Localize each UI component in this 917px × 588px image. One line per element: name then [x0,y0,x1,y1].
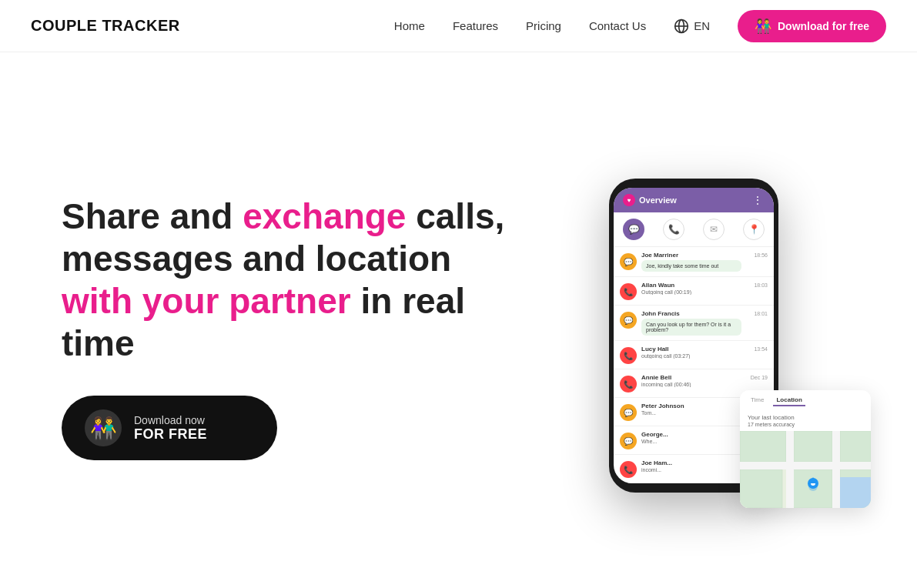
chat-preview: outgoing call (03:27) [641,353,749,359]
svg-rect-13 [840,477,871,508]
headline-highlight1: exchange [243,196,406,236]
nav-features[interactable]: Features [453,19,498,32]
map-tab-time: Time [748,395,767,406]
chat-time: 18:56 [754,252,768,258]
chat-avatar: 📞 [620,461,637,478]
svg-rect-6 [840,431,871,462]
svg-rect-5 [794,431,832,462]
chat-name: George... [641,431,668,438]
phone-toolbar: 💬 📞 ✉ 📍 [614,212,774,247]
headline-highlight2: with your partner [62,281,351,321]
chat-preview: Outgoing call (00:19) [641,289,749,295]
couple-icon: 👫 [755,18,771,35]
chat-avatar: 💬 [620,312,637,329]
svg-rect-12 [740,462,871,469]
chat-name: Peter Johnson [641,403,684,409]
hero-headline: Share and exchange calls, messages and l… [62,195,508,366]
phone-menu-icon: ⋮ [752,194,765,206]
header: COUPLE TRACKER Home Features Pricing Con… [0,0,917,52]
chat-avatar: 💬 [620,404,637,421]
chat-name: Annie Bell [641,374,671,381]
svg-rect-4 [740,431,786,462]
chat-bubble: Can you look up for them? Or is it a pro… [641,319,741,336]
toolbar-messages-icon: 💬 [623,219,644,240]
chat-time: Dec 19 [751,375,768,380]
language-selector[interactable]: EN [674,18,710,34]
chat-name: Lucy Hall [641,346,669,352]
nav-home[interactable]: Home [394,19,425,32]
toolbar-location-icon: 📍 [743,219,765,240]
cta-line1: Download now [134,414,207,426]
hero-text: Share and exchange calls, messages and l… [62,195,508,461]
chat-time: 18:01 [754,311,768,316]
map-area [740,431,871,508]
chat-time: 18:03 [754,282,768,288]
chat-name: Joe Marriner [641,252,678,259]
chat-name: Allan Waun [641,282,674,289]
map-info-label: Your last location [748,414,795,421]
cta-download-button[interactable]: 👫 Download now FOR FREE [62,396,277,460]
toolbar-phone-icon: 📞 [663,219,684,240]
phone-tab-title: Overview [639,195,677,205]
toolbar-sms-icon: ✉ [703,219,725,240]
lang-label: EN [694,19,710,32]
chat-avatar: 📞 [620,283,637,300]
map-info: Your last location 17 meters accuracy [740,411,871,431]
logo: COUPLE TRACKER [31,17,180,35]
chat-time: 13:54 [754,346,768,352]
chat-name: John Francis [641,310,680,317]
headline-part1: Share and [62,196,243,236]
chat-item: 📞 Allan Waun 18:03 Outgoing call (00:19) [614,277,774,306]
map-popup: Time Location Your last location 17 mete… [740,390,871,508]
phone-mockup: ♥ Overview ⋮ 💬 📞 ✉ 📍 💬 [609,179,825,493]
cta-couple-icon: 👫 [85,409,122,446]
map-tab-location: Location [773,395,805,406]
chat-avatar: 💬 [620,433,637,449]
chat-bubble: Joe, kindly take some time out [641,260,741,272]
nav-pricing[interactable]: Pricing [526,19,561,32]
chat-item: 💬 Joe Marriner 18:56 Joe, kindly take so… [614,247,774,277]
chat-preview: incoming call (00:46) [641,382,749,387]
chat-avatar: 📞 [620,347,637,364]
map-svg [740,431,871,508]
hero-section: Share and exchange calls, messages and l… [0,52,917,588]
map-info-value: 17 meters accuracy [748,422,795,427]
chat-avatar: 📞 [620,376,637,393]
chat-preview: Whe... [641,439,749,444]
chat-preview: Tom... [641,410,749,416]
phone-status-bar: ♥ Overview ⋮ [614,188,774,212]
header-download-button[interactable]: 👫 Download for free [738,10,886,42]
chat-preview: incomi... [641,467,749,473]
chat-item: 💬 John Francis 18:01 Can you look up for… [614,306,774,341]
nav-contact[interactable]: Contact Us [589,19,646,32]
chat-avatar: 💬 [620,253,637,270]
cta-line2: FOR FREE [134,426,207,443]
chat-name: Joe Ham... [641,459,672,466]
svg-rect-7 [740,469,782,508]
main-nav: Home Features Pricing Contact Us EN 👫 Do… [394,10,886,42]
globe-icon [674,18,689,34]
chat-item: 📞 Lucy Hall 13:54 outgoing call (03:27) [614,341,774,369]
